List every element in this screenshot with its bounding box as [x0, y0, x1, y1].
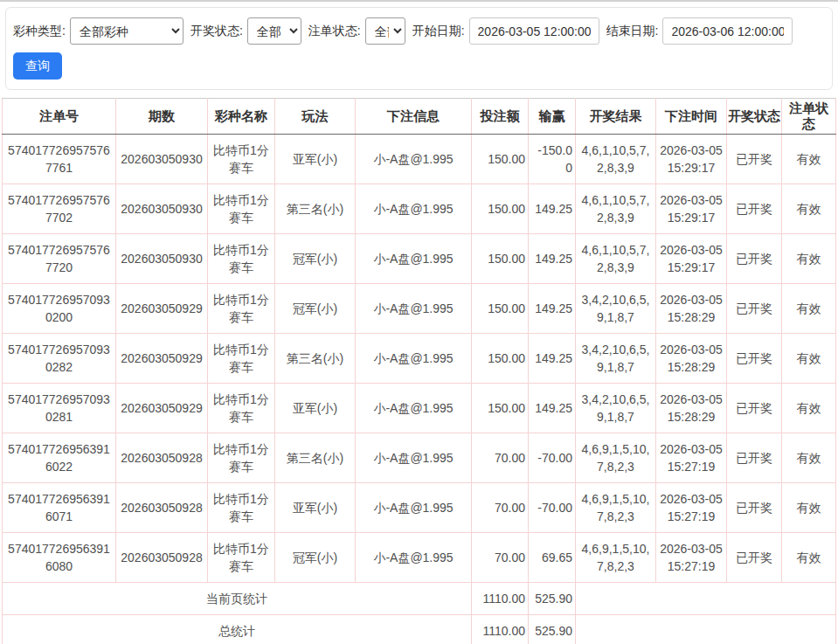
cell-win-loss: 69.65	[529, 533, 576, 583]
table-row: 5740177269570930281202603050929比特币1分赛车亚军…	[3, 384, 836, 433]
summary-empty	[576, 583, 836, 615]
cell-bet-info: 小-A盘@1.995	[356, 384, 472, 433]
cell-bet-status: 有效	[782, 433, 836, 483]
cell-play-type: 第三名(小)	[275, 184, 356, 234]
cell-period: 202603050929	[116, 384, 208, 433]
cell-period: 202603050928	[116, 533, 208, 583]
cell-draw-status: 已开奖	[727, 384, 782, 433]
table-footer: 当前页统计 1110.00 525.90 总统计 1110.00 525.90	[3, 583, 836, 644]
cell-bet-status: 有效	[782, 483, 836, 533]
cell-play-type: 第三名(小)	[275, 334, 356, 384]
table-row: 5740177269563916022202603050928比特币1分赛车第三…	[3, 433, 836, 483]
cell-win-loss: 149.25	[529, 334, 576, 384]
cell-period: 202603050928	[116, 433, 208, 483]
cell-draw-result: 3,4,2,10,6,5,9,1,8,7	[576, 384, 656, 433]
summary-empty	[576, 615, 836, 644]
table-row: 5740177269570930282202603050929比特币1分赛车第三…	[3, 334, 836, 384]
header-bet-amount: 投注额	[472, 99, 529, 135]
header-play-type: 玩法	[275, 99, 356, 135]
cell-bet-status: 有效	[782, 184, 836, 234]
cell-play-type: 亚军(小)	[275, 483, 356, 533]
cell-draw-status: 已开奖	[727, 234, 782, 284]
header-draw-status: 开奖状态	[727, 99, 782, 135]
summary-label: 总统计	[3, 615, 472, 644]
cell-bet-id: 5740177269570930281	[3, 384, 116, 433]
cell-draw-result: 4,6,9,1,5,10,7,8,2,3	[576, 433, 656, 483]
cell-bet-info: 小-A盘@1.995	[356, 433, 472, 483]
cell-period: 202603050928	[116, 483, 208, 533]
cell-draw-result: 3,4,2,10,6,5,9,1,8,7	[576, 334, 656, 384]
cell-bet-time: 2026-03-05 15:28:29	[656, 384, 727, 433]
cell-win-loss: -150.00	[529, 135, 576, 184]
cell-bet-time: 2026-03-05 15:29:17	[656, 135, 727, 184]
cell-bet-info: 小-A盘@1.995	[356, 184, 472, 234]
draw-status-select[interactable]: 全部	[247, 17, 301, 45]
table-row: 5740177269575767720202603050930比特币1分赛车冠军…	[3, 234, 836, 284]
cell-lottery-name: 比特币1分赛车	[208, 334, 275, 384]
cell-draw-status: 已开奖	[727, 184, 782, 234]
cell-bet-id: 5740177269563916080	[3, 533, 116, 583]
cell-draw-status: 已开奖	[727, 433, 782, 483]
cell-bet-status: 有效	[782, 284, 836, 334]
cell-bet-status: 有效	[782, 234, 836, 284]
cell-draw-status: 已开奖	[727, 533, 782, 583]
start-date-input[interactable]	[469, 17, 599, 45]
cell-bet-amount: 150.00	[472, 234, 529, 284]
cell-play-type: 第三名(小)	[275, 433, 356, 483]
start-date-label: 开始日期:	[412, 24, 465, 39]
cell-bet-time: 2026-03-05 15:27:19	[656, 533, 727, 583]
button-row: 查询	[13, 52, 825, 80]
end-date-input[interactable]	[662, 17, 793, 45]
cell-bet-amount: 150.00	[472, 384, 529, 433]
bet-status-label: 注单状态:	[308, 24, 361, 39]
cell-play-type: 冠军(小)	[275, 533, 356, 583]
summary-row-grand-total: 总统计 1110.00 525.90	[3, 615, 836, 644]
cell-draw-status: 已开奖	[727, 284, 782, 334]
end-date-label: 结束日期:	[606, 24, 659, 39]
filter-panel: 彩种类型: 全部彩种 开奖状态: 全部 注单状态: 全部 开始日期: 结束日期:…	[5, 7, 833, 90]
table-row: 5740177269563916071202603050928比特币1分赛车亚军…	[3, 483, 836, 533]
cell-bet-id: 5740177269575767702	[3, 184, 116, 234]
lottery-type-select[interactable]: 全部彩种	[70, 17, 184, 45]
cell-bet-id: 5740177269563916071	[3, 483, 116, 533]
cell-play-type: 亚军(小)	[275, 135, 356, 184]
bets-table: 注单号 期数 彩种名称 玩法 下注信息 投注额 输赢 开奖结果 下注时间 开奖状…	[2, 98, 836, 644]
header-draw-result: 开奖结果	[576, 99, 656, 135]
table-header-row: 注单号 期数 彩种名称 玩法 下注信息 投注额 输赢 开奖结果 下注时间 开奖状…	[3, 99, 836, 135]
cell-bet-id: 5740177269575767720	[3, 234, 116, 284]
cell-bet-amount: 70.00	[472, 533, 529, 583]
table-row: 5740177269563916080202603050928比特币1分赛车冠军…	[3, 533, 836, 583]
cell-bet-info: 小-A盘@1.995	[356, 533, 472, 583]
cell-draw-status: 已开奖	[727, 483, 782, 533]
cell-bet-info: 小-A盘@1.995	[356, 234, 472, 284]
cell-bet-time: 2026-03-05 15:27:19	[656, 433, 727, 483]
cell-lottery-name: 比特币1分赛车	[208, 433, 275, 483]
top-divider	[0, 0, 838, 2]
header-win-loss: 输赢	[529, 99, 576, 135]
header-bet-info: 下注信息	[356, 99, 472, 135]
cell-bet-status: 有效	[782, 533, 836, 583]
cell-bet-info: 小-A盘@1.995	[356, 334, 472, 384]
cell-bet-amount: 150.00	[472, 334, 529, 384]
query-button[interactable]: 查询	[13, 52, 62, 80]
table-row: 5740177269570930200202603050929比特币1分赛车冠军…	[3, 284, 836, 334]
cell-draw-result: 4,6,1,10,5,7,2,8,3,9	[576, 135, 656, 184]
cell-draw-result: 3,4,2,10,6,5,9,1,8,7	[576, 284, 656, 334]
cell-draw-result: 4,6,1,10,5,7,2,8,3,9	[576, 234, 656, 284]
cell-bet-time: 2026-03-05 15:29:17	[656, 234, 727, 284]
bet-status-select[interactable]: 全部	[365, 17, 405, 45]
cell-draw-status: 已开奖	[727, 334, 782, 384]
summary-label: 当前页统计	[3, 583, 472, 615]
table-row: 5740177269575767761202603050930比特币1分赛车亚军…	[3, 135, 836, 184]
cell-bet-id: 5740177269575767761	[3, 135, 116, 184]
header-period: 期数	[116, 99, 208, 135]
table-row: 5740177269575767702202603050930比特币1分赛车第三…	[3, 184, 836, 234]
cell-win-loss: 149.25	[529, 184, 576, 234]
cell-bet-id: 5740177269570930200	[3, 284, 116, 334]
cell-win-loss: 149.25	[529, 234, 576, 284]
cell-bet-info: 小-A盘@1.995	[356, 483, 472, 533]
cell-bet-time: 2026-03-05 15:28:29	[656, 284, 727, 334]
cell-lottery-name: 比特币1分赛车	[208, 384, 275, 433]
cell-bet-amount: 70.00	[472, 483, 529, 533]
cell-lottery-name: 比特币1分赛车	[208, 135, 275, 184]
